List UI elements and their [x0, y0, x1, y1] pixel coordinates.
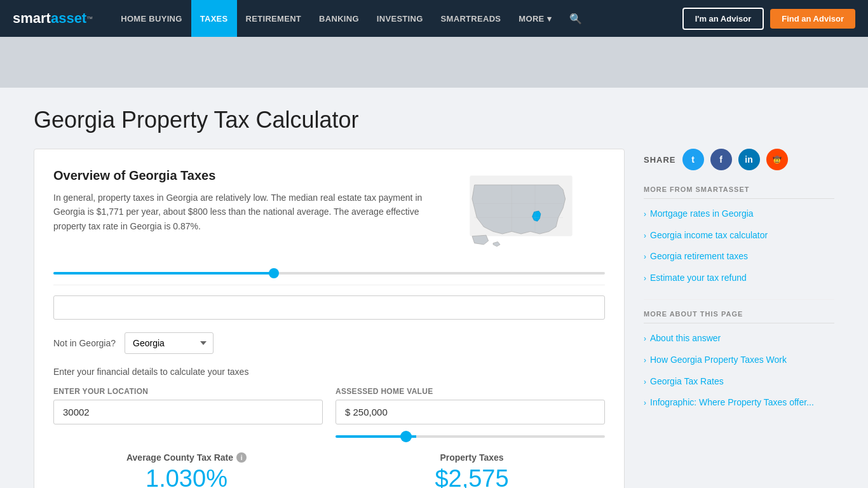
- facebook-share-button[interactable]: f: [710, 149, 732, 170]
- location-input[interactable]: [53, 400, 323, 424]
- divider-1: [53, 285, 605, 285]
- slider-bar-track: [53, 272, 605, 274]
- share-row: SHARE t f in 🤠: [644, 149, 834, 170]
- content-layout: Overview of Georgia Taxes In general, pr…: [34, 149, 834, 488]
- nav-investing[interactable]: INVESTING: [368, 0, 432, 37]
- more-about-title: MORE ABOUT THIS PAGE: [644, 310, 834, 323]
- chevron-right-icon-3: [644, 252, 646, 262]
- progress-slider-bar: [53, 272, 605, 274]
- location-field: Enter Your Location: [53, 387, 323, 440]
- nav-taxes[interactable]: TAXES: [191, 0, 237, 37]
- property-taxes-result: Property Taxes $2,575: [339, 452, 605, 488]
- sidebar-link-income-tax[interactable]: Georgia income tax calculator: [644, 229, 834, 242]
- state-select[interactable]: Georgia Alabama Florida Tennessee: [125, 332, 214, 354]
- state-selector-row: Not in Georgia? Georgia Alabama Florida …: [53, 332, 605, 354]
- chevron-right-icon-2: [644, 231, 646, 241]
- sidebar-link-tax-rates[interactable]: Georgia Tax Rates: [644, 376, 834, 388]
- search-input-container: [53, 295, 605, 320]
- sidebar-divider: [644, 299, 834, 300]
- chevron-right-icon-7: [644, 377, 646, 388]
- reddit-share-button[interactable]: 🤠: [766, 149, 788, 170]
- hero-banner: [0, 37, 868, 88]
- home-value-container: Assessed Home Value: [336, 387, 605, 440]
- content-sidebar: SHARE t f in 🤠 MORE FROM SMARTASSET Mort…: [644, 149, 834, 488]
- im-an-advisor-button[interactable]: I'm an Advisor: [682, 8, 764, 30]
- slider-bar-thumb: [269, 268, 279, 278]
- nav-more[interactable]: MORE ▾: [510, 0, 560, 37]
- chevron-right-icon-5: [644, 334, 646, 344]
- page-title: Georgia Property Tax Calculator: [34, 107, 834, 133]
- chevron-right-icon-4: [644, 273, 646, 284]
- linkedin-share-button[interactable]: in: [738, 149, 760, 170]
- main-container: Georgia Property Tax Calculator Overview…: [21, 88, 847, 488]
- overview-text: Overview of Georgia Taxes In general, pr…: [53, 168, 452, 259]
- search-input[interactable]: [53, 295, 605, 320]
- chevron-right-icon-8: [644, 398, 646, 409]
- us-map: [465, 168, 605, 257]
- home-value-input[interactable]: [336, 400, 605, 424]
- results-row: Average County Tax Rate i 1.030% Propert…: [53, 452, 605, 488]
- sidebar-link-about-answer[interactable]: About this answer: [644, 332, 834, 345]
- location-label: Enter Your Location: [53, 387, 323, 396]
- overview-section: Overview of Georgia Taxes In general, pr…: [53, 168, 605, 259]
- overview-desc: In general, property taxes in Georgia ar…: [53, 191, 452, 233]
- sidebar-link-retirement-taxes[interactable]: Georgia retirement taxes: [644, 250, 834, 263]
- twitter-share-button[interactable]: t: [682, 149, 704, 170]
- nav-banking[interactable]: BANKING: [310, 0, 368, 37]
- find-an-advisor-button[interactable]: Find an Advisor: [770, 9, 855, 29]
- nav-links: HOME BUYING TAXES RETIREMENT BANKING INV…: [112, 0, 682, 37]
- more-from-title: MORE FROM SMARTASSET: [644, 186, 834, 199]
- navbar: smartasset™ HOME BUYING TAXES RETIREMENT…: [0, 0, 868, 37]
- chevron-down-icon: ▾: [547, 14, 552, 24]
- chevron-right-icon-6: [644, 355, 646, 366]
- chevron-right-icon: [644, 209, 646, 220]
- share-label: SHARE: [644, 155, 676, 165]
- content-main: Overview of Georgia Taxes In general, pr…: [34, 149, 625, 488]
- map-container: [465, 168, 605, 259]
- more-from-section: MORE FROM SMARTASSET Mortgage rates in G…: [644, 186, 834, 284]
- calc-inputs: Enter Your Location Assessed Home Value: [53, 387, 605, 440]
- not-in-georgia-label: Not in Georgia?: [53, 338, 116, 348]
- avg-county-tax-result: Average County Tax Rate i 1.030%: [53, 452, 320, 488]
- avg-county-tax-value: 1.030%: [53, 465, 320, 488]
- sidebar-link-mortgage[interactable]: Mortgage rates in Georgia: [644, 208, 834, 220]
- logo-asset: asset: [51, 10, 86, 27]
- property-taxes-value: $2,575: [339, 465, 605, 488]
- logo-tm: ™: [86, 15, 93, 22]
- sidebar-link-infographic[interactable]: Infographic: Where Property Taxes offer.…: [644, 396, 834, 409]
- home-value-label: Assessed Home Value: [336, 387, 605, 396]
- avg-county-tax-label: Average County Tax Rate i: [53, 452, 320, 463]
- logo[interactable]: smartasset™: [13, 10, 93, 27]
- nav-retirement[interactable]: RETIREMENT: [237, 0, 311, 37]
- property-taxes-label: Property Taxes: [339, 452, 605, 463]
- nav-home-buying[interactable]: HOME BUYING: [112, 0, 191, 37]
- nav-smartreads[interactable]: SMARTREADS: [432, 0, 510, 37]
- overview-title: Overview of Georgia Taxes: [53, 168, 452, 183]
- calc-intro: Enter your financial details to calculat…: [53, 367, 605, 377]
- logo-smart: smart: [13, 10, 51, 27]
- nav-right-buttons: I'm an Advisor Find an Advisor: [682, 8, 855, 30]
- more-about-section: MORE ABOUT THIS PAGE About this answer H…: [644, 310, 834, 409]
- info-icon[interactable]: i: [236, 452, 247, 463]
- home-value-slider[interactable]: [336, 435, 605, 438]
- search-icon[interactable]: 🔍: [560, 0, 591, 37]
- sidebar-link-how-taxes-work[interactable]: How Georgia Property Taxes Work: [644, 354, 834, 367]
- sidebar-link-estimate-refund[interactable]: Estimate your tax refund: [644, 272, 834, 285]
- slider-bar-fill: [53, 272, 274, 274]
